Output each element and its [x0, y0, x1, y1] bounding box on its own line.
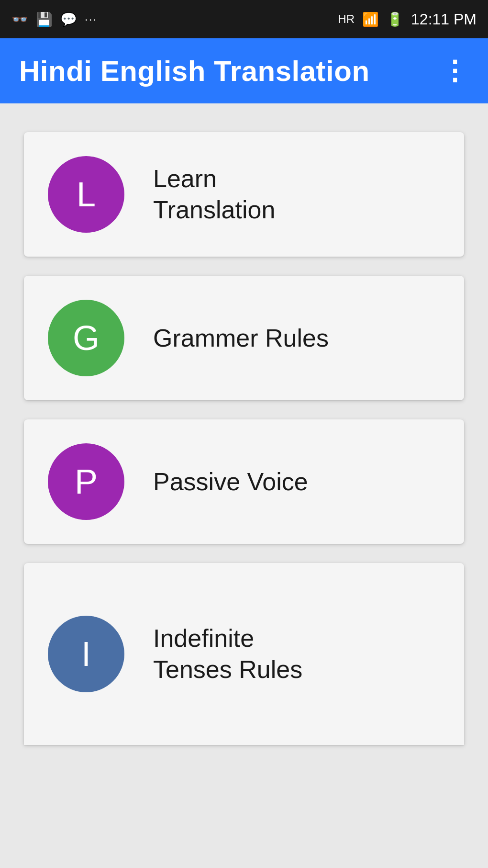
grammer-rules-label: Grammer Rules [153, 323, 329, 354]
main-content: L LearnTranslation G Grammer Rules P Pas… [0, 103, 488, 774]
indefinite-tenses-label: IndefiniteTenses Rules [153, 623, 302, 685]
message-icon: 💬 [60, 11, 77, 27]
status-bar-left-icons: 👓 💾 💬 ··· [11, 11, 97, 27]
passive-voice-letter: P [75, 462, 98, 501]
learn-translation-letter: L [77, 175, 96, 214]
status-bar-right-icons: HR 📶 🔋 12:11 PM [338, 11, 477, 28]
signal-icon: 📶 [362, 11, 379, 27]
indefinite-tenses-avatar: I [48, 616, 124, 692]
more-options-icon[interactable]: ⋮ [441, 57, 469, 84]
status-bar: 👓 💾 💬 ··· HR 📶 🔋 12:11 PM [0, 0, 488, 38]
learn-translation-label: LearnTranslation [153, 163, 275, 225]
passive-voice-label: Passive Voice [153, 466, 308, 497]
passive-voice-avatar: P [48, 443, 124, 520]
app-title: Hindi English Translation [19, 55, 370, 88]
learn-translation-card[interactable]: L LearnTranslation [24, 132, 464, 257]
learn-translation-avatar: L [48, 156, 124, 233]
save-icon: 💾 [36, 11, 53, 27]
indefinite-tenses-card[interactable]: I IndefiniteTenses Rules [24, 563, 464, 745]
battery-icon: 🔋 [387, 11, 403, 27]
indefinite-tenses-letter: I [81, 634, 91, 674]
hr-label: HR [338, 12, 355, 26]
passive-voice-card[interactable]: P Passive Voice [24, 419, 464, 544]
dots-icon: ··· [85, 12, 97, 26]
grammer-rules-avatar: G [48, 300, 124, 376]
app-bar: Hindi English Translation ⋮ [0, 38, 488, 103]
glasses-icon: 👓 [11, 11, 28, 27]
grammer-rules-letter: G [73, 318, 100, 358]
grammer-rules-card[interactable]: G Grammer Rules [24, 276, 464, 400]
status-time: 12:11 PM [411, 11, 477, 28]
